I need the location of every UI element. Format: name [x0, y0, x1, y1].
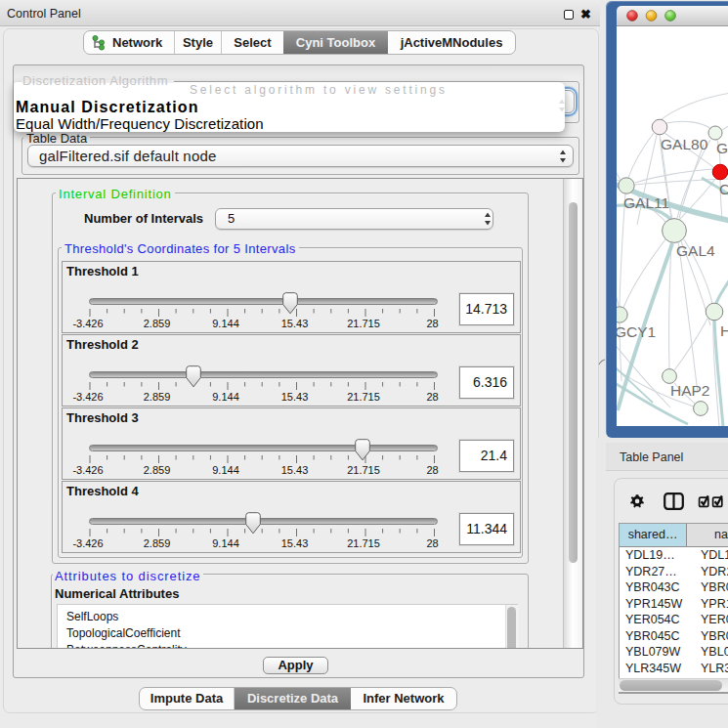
svg-text:GCY1: GCY1 [617, 323, 656, 340]
svg-text:CY: CY [719, 181, 728, 197]
svg-text:H: H [720, 322, 728, 339]
svg-text:GAL80: GAL80 [661, 136, 708, 152]
svg-text:GAL4: GAL4 [676, 242, 715, 259]
svg-text:GA: GA [716, 140, 728, 156]
svg-text:GAL11: GAL11 [623, 194, 669, 211]
svg-text:HAP2: HAP2 [670, 382, 710, 399]
